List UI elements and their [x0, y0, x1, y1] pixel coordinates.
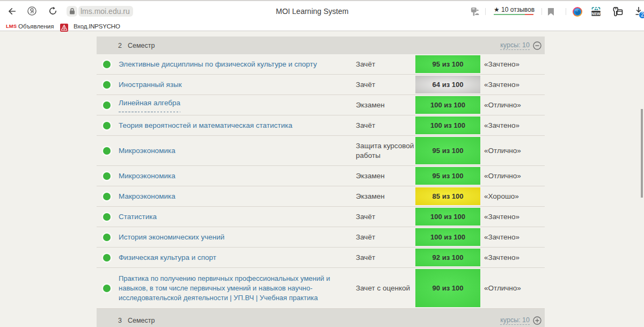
- svg-text:NEW: NEW: [591, 12, 601, 16]
